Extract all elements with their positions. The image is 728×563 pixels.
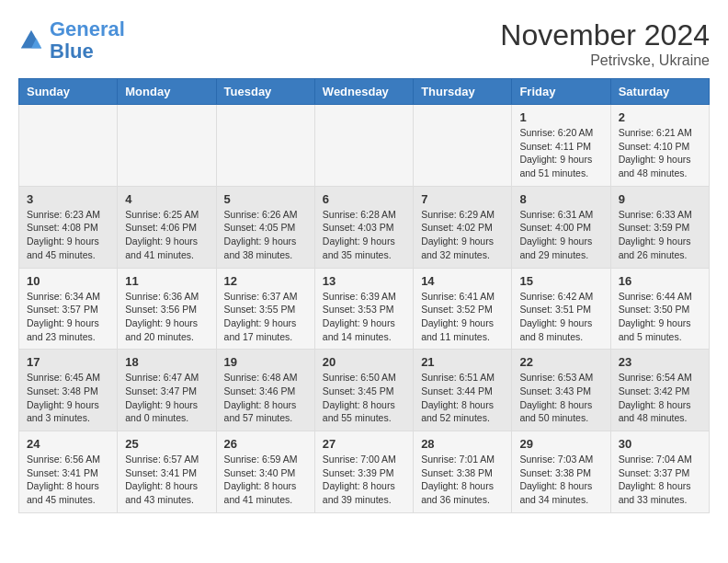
day-number: 18 (125, 355, 208, 369)
day-info: Sunrise: 6:26 AM Sunset: 4:05 PM Dayligh… (224, 208, 307, 262)
day-number: 5 (224, 192, 307, 206)
calendar-cell: 4Sunrise: 6:25 AM Sunset: 4:06 PM Daylig… (118, 186, 216, 268)
calendar-cell: 30Sunrise: 7:04 AM Sunset: 3:37 PM Dayli… (610, 431, 709, 513)
col-header-saturday: Saturday (610, 79, 709, 105)
calendar-cell (414, 105, 512, 187)
day-number: 6 (323, 192, 405, 206)
calendar-cell (314, 105, 413, 187)
calendar-cell: 27Sunrise: 7:00 AM Sunset: 3:39 PM Dayli… (314, 431, 413, 513)
day-number: 2 (619, 110, 701, 124)
day-number: 4 (125, 192, 208, 206)
logo-icon (18, 28, 44, 53)
day-number: 24 (27, 437, 109, 451)
col-header-tuesday: Tuesday (216, 79, 314, 105)
day-info: Sunrise: 6:41 AM Sunset: 3:52 PM Dayligh… (421, 290, 504, 344)
col-header-sunday: Sunday (19, 79, 118, 105)
calendar-cell: 12Sunrise: 6:37 AM Sunset: 3:55 PM Dayli… (216, 268, 314, 350)
day-info: Sunrise: 6:44 AM Sunset: 3:50 PM Dayligh… (619, 290, 701, 344)
calendar-cell: 23Sunrise: 6:54 AM Sunset: 3:42 PM Dayli… (610, 350, 709, 431)
calendar-cell (118, 105, 216, 187)
calendar-cell: 13Sunrise: 6:39 AM Sunset: 3:53 PM Dayli… (314, 268, 413, 350)
day-info: Sunrise: 6:39 AM Sunset: 3:53 PM Dayligh… (323, 290, 405, 344)
day-info: Sunrise: 6:20 AM Sunset: 4:11 PM Dayligh… (519, 126, 602, 180)
day-number: 17 (27, 355, 109, 369)
day-number: 25 (125, 437, 208, 451)
title-block: November 2024 Petrivske, Ukraine (500, 18, 710, 69)
calendar-cell: 10Sunrise: 6:34 AM Sunset: 3:57 PM Dayli… (19, 268, 118, 350)
day-number: 9 (619, 192, 701, 206)
day-info: Sunrise: 6:59 AM Sunset: 3:40 PM Dayligh… (224, 453, 307, 507)
calendar-cell: 9Sunrise: 6:33 AM Sunset: 3:59 PM Daylig… (610, 186, 709, 268)
day-number: 14 (421, 274, 504, 288)
col-header-thursday: Thursday (414, 79, 512, 105)
calendar-cell (19, 105, 118, 187)
calendar-cell: 28Sunrise: 7:01 AM Sunset: 3:38 PM Dayli… (414, 431, 512, 513)
page-header: General Blue November 2024 Petrivske, Uk… (18, 18, 710, 69)
day-number: 27 (323, 437, 405, 451)
day-number: 26 (224, 437, 307, 451)
day-number: 21 (421, 355, 504, 369)
day-number: 20 (323, 355, 405, 369)
day-info: Sunrise: 6:51 AM Sunset: 3:44 PM Dayligh… (421, 371, 504, 425)
day-number: 22 (519, 355, 602, 369)
day-info: Sunrise: 6:56 AM Sunset: 3:41 PM Dayligh… (27, 453, 109, 507)
calendar-week-row: 17Sunrise: 6:45 AM Sunset: 3:48 PM Dayli… (19, 350, 710, 431)
day-info: Sunrise: 6:54 AM Sunset: 3:42 PM Dayligh… (619, 371, 701, 425)
day-info: Sunrise: 6:53 AM Sunset: 3:43 PM Dayligh… (519, 371, 602, 425)
day-info: Sunrise: 6:34 AM Sunset: 3:57 PM Dayligh… (27, 290, 109, 344)
day-number: 16 (619, 274, 701, 288)
calendar-header-row: SundayMondayTuesdayWednesdayThursdayFrid… (19, 79, 710, 105)
calendar-cell: 20Sunrise: 6:50 AM Sunset: 3:45 PM Dayli… (314, 350, 413, 431)
calendar-cell: 22Sunrise: 6:53 AM Sunset: 3:43 PM Dayli… (512, 350, 610, 431)
col-header-friday: Friday (512, 79, 610, 105)
col-header-monday: Monday (118, 79, 216, 105)
calendar-cell (216, 105, 314, 187)
day-number: 29 (519, 437, 602, 451)
calendar-cell: 29Sunrise: 7:03 AM Sunset: 3:38 PM Dayli… (512, 431, 610, 513)
day-info: Sunrise: 6:21 AM Sunset: 4:10 PM Dayligh… (619, 126, 701, 180)
calendar-cell: 24Sunrise: 6:56 AM Sunset: 3:41 PM Dayli… (19, 431, 118, 513)
calendar-table: SundayMondayTuesdayWednesdayThursdayFrid… (18, 78, 710, 513)
calendar-week-row: 1Sunrise: 6:20 AM Sunset: 4:11 PM Daylig… (19, 105, 710, 187)
day-info: Sunrise: 7:04 AM Sunset: 3:37 PM Dayligh… (619, 453, 701, 507)
day-number: 13 (323, 274, 405, 288)
calendar-cell: 17Sunrise: 6:45 AM Sunset: 3:48 PM Dayli… (19, 350, 118, 431)
day-info: Sunrise: 6:42 AM Sunset: 3:51 PM Dayligh… (519, 290, 602, 344)
day-info: Sunrise: 6:57 AM Sunset: 3:41 PM Dayligh… (125, 453, 208, 507)
calendar-week-row: 10Sunrise: 6:34 AM Sunset: 3:57 PM Dayli… (19, 268, 710, 350)
day-info: Sunrise: 6:48 AM Sunset: 3:46 PM Dayligh… (224, 371, 307, 425)
logo: General Blue (18, 18, 125, 63)
calendar-cell: 8Sunrise: 6:31 AM Sunset: 4:00 PM Daylig… (512, 186, 610, 268)
day-info: Sunrise: 6:36 AM Sunset: 3:56 PM Dayligh… (125, 290, 208, 344)
day-number: 30 (619, 437, 701, 451)
calendar-cell: 18Sunrise: 6:47 AM Sunset: 3:47 PM Dayli… (118, 350, 216, 431)
day-number: 3 (27, 192, 109, 206)
day-number: 8 (519, 192, 602, 206)
logo-text: General Blue (50, 18, 125, 63)
month-title: November 2024 (500, 18, 710, 52)
col-header-wednesday: Wednesday (314, 79, 413, 105)
day-info: Sunrise: 6:25 AM Sunset: 4:06 PM Dayligh… (125, 208, 208, 262)
day-info: Sunrise: 6:33 AM Sunset: 3:59 PM Dayligh… (619, 208, 701, 262)
day-number: 11 (125, 274, 208, 288)
calendar-cell: 25Sunrise: 6:57 AM Sunset: 3:41 PM Dayli… (118, 431, 216, 513)
day-info: Sunrise: 7:01 AM Sunset: 3:38 PM Dayligh… (421, 453, 504, 507)
day-info: Sunrise: 6:50 AM Sunset: 3:45 PM Dayligh… (323, 371, 405, 425)
day-info: Sunrise: 6:29 AM Sunset: 4:02 PM Dayligh… (421, 208, 504, 262)
day-info: Sunrise: 6:31 AM Sunset: 4:00 PM Dayligh… (519, 208, 602, 262)
day-info: Sunrise: 6:37 AM Sunset: 3:55 PM Dayligh… (224, 290, 307, 344)
calendar-cell: 21Sunrise: 6:51 AM Sunset: 3:44 PM Dayli… (414, 350, 512, 431)
calendar-cell: 7Sunrise: 6:29 AM Sunset: 4:02 PM Daylig… (414, 186, 512, 268)
day-number: 7 (421, 192, 504, 206)
calendar-cell: 26Sunrise: 6:59 AM Sunset: 3:40 PM Dayli… (216, 431, 314, 513)
day-number: 1 (519, 110, 602, 124)
day-number: 19 (224, 355, 307, 369)
day-info: Sunrise: 6:28 AM Sunset: 4:03 PM Dayligh… (323, 208, 405, 262)
calendar-cell: 5Sunrise: 6:26 AM Sunset: 4:05 PM Daylig… (216, 186, 314, 268)
calendar-week-row: 3Sunrise: 6:23 AM Sunset: 4:08 PM Daylig… (19, 186, 710, 268)
day-number: 10 (27, 274, 109, 288)
calendar-cell: 3Sunrise: 6:23 AM Sunset: 4:08 PM Daylig… (19, 186, 118, 268)
day-info: Sunrise: 6:47 AM Sunset: 3:47 PM Dayligh… (125, 371, 208, 425)
calendar-cell: 19Sunrise: 6:48 AM Sunset: 3:46 PM Dayli… (216, 350, 314, 431)
calendar-cell: 1Sunrise: 6:20 AM Sunset: 4:11 PM Daylig… (512, 105, 610, 187)
